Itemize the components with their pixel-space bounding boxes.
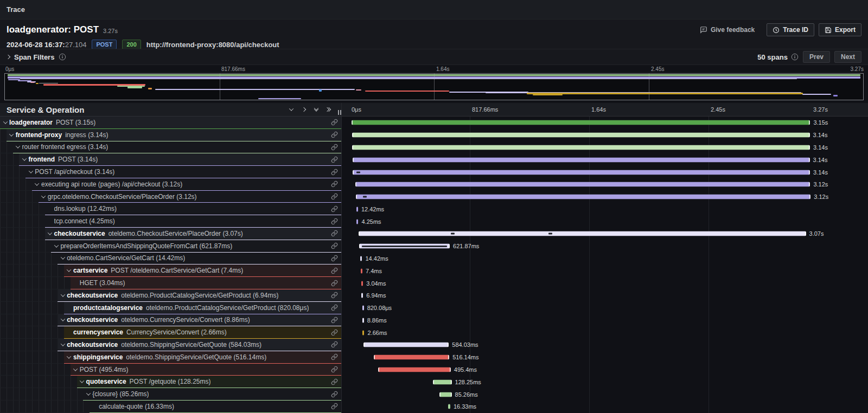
next-button[interactable]: Next (834, 51, 861, 63)
span-name-cell[interactable]: {closure} (85.26ms) (0, 388, 342, 401)
link-icon[interactable] (331, 144, 338, 151)
span-filters-label[interactable]: Span Filters (14, 53, 54, 61)
span-name-cell[interactable]: router frontend egress (3.14s) (0, 141, 342, 154)
link-icon[interactable] (331, 353, 338, 360)
prev-button[interactable]: Prev (803, 51, 830, 63)
span-name-cell[interactable]: quoteservicePOST /getquote (128.25ms) (0, 376, 342, 388)
span-name-cell[interactable]: shippingserviceoteldemo.ShippingService/… (0, 351, 342, 364)
chevron-down-icon[interactable] (59, 256, 67, 260)
span-bar[interactable] (433, 379, 451, 384)
span-bar[interactable] (361, 281, 363, 286)
chevron-down-icon[interactable] (84, 392, 92, 396)
span-bar[interactable] (378, 367, 451, 372)
span-name-cell[interactable]: dns.lookup (12.42ms) (0, 203, 342, 215)
link-icon[interactable] (331, 267, 338, 274)
chevron-down-icon[interactable] (14, 145, 22, 149)
link-icon[interactable] (331, 242, 338, 249)
column-resize-handle[interactable] (338, 110, 341, 115)
chevron-down-icon[interactable] (52, 244, 60, 248)
chevron-down-icon[interactable] (72, 368, 80, 371)
span-name-cell[interactable]: POST /api/checkout (3.14s) (0, 166, 342, 178)
span-bar[interactable] (356, 195, 811, 199)
link-icon[interactable] (331, 391, 338, 398)
trace-id-button[interactable]: Trace ID (767, 23, 814, 36)
span-name-cell[interactable]: executing api route (pages) /api/checkou… (0, 178, 342, 191)
link-icon[interactable] (331, 131, 338, 138)
link-icon[interactable] (331, 280, 338, 287)
chevron-down-icon[interactable] (40, 195, 48, 198)
link-icon[interactable] (331, 205, 338, 212)
link-icon[interactable] (331, 255, 338, 262)
span-bar[interactable] (353, 170, 810, 175)
link-icon[interactable] (331, 193, 338, 200)
link-icon[interactable] (331, 329, 338, 336)
span-name-cell[interactable]: oteldemo.CartService/GetCart (14.42ms) (0, 253, 342, 265)
span-name-cell[interactable]: frontend-proxyingress (3.14s) (0, 129, 342, 141)
link-icon[interactable] (331, 317, 338, 324)
span-bar[interactable] (356, 219, 358, 224)
link-icon[interactable] (331, 403, 338, 410)
span-name-cell[interactable]: loadgeneratorPOST (3.15s) (0, 117, 342, 129)
span-name-cell[interactable]: checkoutserviceoteldemo.CheckoutService/… (0, 228, 342, 240)
chevron-down-icon[interactable] (8, 133, 16, 137)
span-name-cell[interactable]: productcatalogserviceoteldemo.ProductCat… (0, 302, 342, 314)
span-name-cell[interactable]: grpc.oteldemo.CheckoutService/PlaceOrder… (0, 191, 342, 203)
span-name-cell[interactable]: frontendPOST (3.14s) (0, 153, 342, 166)
span-bar[interactable] (360, 256, 362, 261)
chevron-right-icon[interactable] (7, 55, 10, 59)
span-bar[interactable] (359, 231, 806, 236)
span-bar[interactable] (353, 157, 810, 162)
chevron-down-icon[interactable] (20, 158, 28, 161)
chevron-down-icon[interactable] (59, 294, 67, 297)
span-name-cell[interactable]: checkoutserviceoteldemo.ShippingService/… (0, 339, 342, 351)
chevron-down-icon[interactable] (59, 343, 67, 346)
chevron-down-icon[interactable] (27, 170, 35, 173)
span-bar[interactable] (359, 244, 450, 249)
chevron-down-icon[interactable] (78, 380, 86, 383)
span-name-cell[interactable]: currencyserviceCurrencyService/Convert (… (0, 326, 342, 339)
span-bar[interactable] (362, 318, 364, 322)
link-icon[interactable] (331, 366, 338, 373)
link-icon[interactable] (331, 218, 338, 225)
link-icon[interactable] (331, 378, 338, 385)
span-bar[interactable] (362, 330, 364, 335)
give-feedback-link[interactable]: Give feedback (700, 26, 755, 34)
chevron-down-icon[interactable] (65, 356, 73, 359)
span-bar[interactable] (362, 306, 364, 311)
chevron-down-icon[interactable] (290, 108, 293, 111)
link-icon[interactable] (331, 292, 338, 299)
chevron-down-icon[interactable] (1, 121, 9, 124)
span-bar[interactable] (352, 120, 810, 125)
link-icon[interactable] (331, 341, 338, 348)
span-name-cell[interactable]: tcp.connect (4.25ms) (0, 215, 342, 228)
chevron-right-icon[interactable] (302, 108, 305, 111)
link-icon[interactable] (331, 119, 338, 126)
span-name-cell[interactable]: prepareOrderItemsAndShippingQuoteFromCar… (0, 240, 342, 253)
span-bar[interactable] (352, 145, 810, 150)
span-bar[interactable] (355, 182, 810, 187)
minimap-viewport[interactable] (4, 73, 864, 100)
link-icon[interactable] (331, 169, 338, 176)
chevron-down-icon[interactable] (59, 318, 67, 321)
span-bar[interactable] (361, 293, 363, 298)
span-bar[interactable] (363, 343, 449, 347)
link-icon[interactable] (331, 156, 338, 163)
span-bar[interactable] (374, 355, 449, 360)
link-icon[interactable] (331, 304, 338, 311)
span-bar[interactable] (361, 268, 362, 273)
span-bar[interactable] (352, 133, 810, 138)
link-icon[interactable] (331, 230, 338, 237)
chevron-down-icon[interactable] (33, 183, 41, 186)
chevron-down-icon[interactable] (65, 269, 73, 272)
span-name-cell[interactable]: HGET (3.04ms) (0, 277, 342, 289)
span-name-cell[interactable]: POST (495.4ms) (0, 364, 342, 376)
span-name-cell[interactable]: calculate-quote (16.33ms) (0, 401, 342, 413)
span-name-cell[interactable]: checkoutserviceoteldemo.CurrencyService/… (0, 314, 342, 327)
export-button[interactable]: Export (819, 23, 861, 36)
span-name-cell[interactable]: cartservicePOST /oteldemo.CartService/Ge… (0, 264, 342, 277)
chevron-down-icon[interactable] (46, 232, 54, 235)
double-chevron-right-icon[interactable] (327, 108, 330, 111)
span-name-cell[interactable]: checkoutserviceoteldemo.ProductCatalogSe… (0, 289, 342, 302)
span-bar[interactable] (448, 404, 450, 409)
double-chevron-down-icon[interactable] (315, 107, 318, 112)
